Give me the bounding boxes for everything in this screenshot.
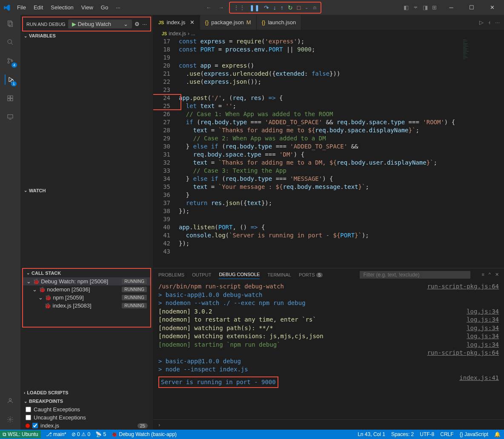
pause-icon[interactable]: ❚❚ xyxy=(249,4,260,11)
minimize-icon[interactable]: ─ xyxy=(443,2,460,13)
console-source-link[interactable]: run-script-pkg.js:64 xyxy=(427,282,499,291)
variables-section-header[interactable]: ⌄VARIABLES xyxy=(20,31,153,40)
remote-indicator[interactable]: ⧉ WSL: Ubuntu xyxy=(0,430,41,438)
split-icon[interactable]: ⫞ xyxy=(488,19,491,26)
cursor-position[interactable]: Ln 43, Col 1 xyxy=(358,431,385,437)
more-icon[interactable]: ··· xyxy=(142,21,147,27)
panel-tab-terminal[interactable]: TERMINAL xyxy=(267,271,291,279)
minimap[interactable]: ▬▬▬▬▬▬▬▬▬▬▬▬▬▬▬▬▬▬▬▬▬▬▬▬▬▬▬▬▬▬▬▬▬▬▬▬▬▬▬▬… xyxy=(461,37,504,268)
console-line: > nodemon --watch ./ --exec npm run debu… xyxy=(158,299,499,308)
console-source-link[interactable]: log.js:34 xyxy=(467,316,499,324)
loaded-scripts-header[interactable]: ›LOADED SCRIPTS xyxy=(20,388,153,397)
problems-status[interactable]: ⊘ 0 ⚠ 0 xyxy=(72,431,90,437)
search-icon[interactable] xyxy=(5,37,15,47)
watch-section-header[interactable]: ⌄WATCH xyxy=(20,186,153,195)
caught-checkbox[interactable] xyxy=(26,407,31,412)
indentation[interactable]: Spaces: 2 xyxy=(391,431,414,437)
debug-settings-icon[interactable]: ⚙ xyxy=(135,21,140,27)
nav-back-icon[interactable]: ← xyxy=(206,4,212,11)
callstack-row[interactable]: ⌄ 🐞 Debug Watch: npm [25008]RUNNING xyxy=(23,277,150,285)
callstack-section-header[interactable]: ⌄CALL STACK xyxy=(23,269,150,277)
tab-index-js[interactable]: JSindex.js✕ xyxy=(153,15,200,30)
console-source-link[interactable]: log.js:34 xyxy=(467,324,499,333)
svg-point-4 xyxy=(8,58,9,60)
maximize-icon[interactable]: ☐ xyxy=(463,2,480,13)
console-source-link[interactable]: run-script-pkg.js:64 xyxy=(427,349,499,357)
remote-explorer-icon[interactable] xyxy=(5,112,15,122)
ports-status[interactable]: 📡 5 xyxy=(95,431,106,437)
console-source-link[interactable]: log.js:34 xyxy=(467,341,499,349)
console-source-link[interactable]: log.js:34 xyxy=(467,308,499,316)
drag-handle-icon[interactable]: ⋮⋮ xyxy=(233,4,245,11)
breakpoint-file-row[interactable]: index.js25 xyxy=(20,422,153,430)
explorer-icon[interactable] xyxy=(5,18,15,29)
run-debug-header: RUN AND DEBUG ▶ Debug Watch ⌄ ⚙ ··· xyxy=(22,17,151,31)
console-filter-input[interactable] xyxy=(360,271,470,279)
language-mode[interactable]: {} JavaScript xyxy=(460,431,488,437)
callstack-row[interactable]: 🐞 index.js [25083]RUNNING xyxy=(23,302,150,310)
chevron-down-icon[interactable]: ⌄ xyxy=(123,21,128,27)
menu-edit[interactable]: Edit xyxy=(30,3,46,12)
panel-tab-problems[interactable]: PROBLEMS xyxy=(158,271,184,279)
restart-icon[interactable]: ↻ xyxy=(288,4,293,11)
run-debug-icon[interactable]: 1 xyxy=(5,74,15,85)
panel-maximize-icon[interactable]: ^ xyxy=(489,272,491,277)
panel-tab-output[interactable]: OUTPUT xyxy=(192,271,211,279)
layout-right-icon[interactable]: ◨ xyxy=(423,4,428,11)
debug-console[interactable]: /usr/bin/npm run-script debug-watchrun-s… xyxy=(153,281,504,419)
close-icon[interactable]: ✕ xyxy=(484,2,501,13)
layout-grid-icon[interactable]: ⊞ xyxy=(432,4,437,11)
debug-status[interactable]: 🐞 Debug Watch (basic-app) xyxy=(111,431,177,437)
git-branch[interactable]: ⎇ main* xyxy=(46,431,66,437)
panel-tab-debug-console[interactable]: DEBUG CONSOLE xyxy=(219,270,260,279)
panel-collapse-icon[interactable]: ≡ xyxy=(481,272,484,277)
tab-launch-json[interactable]: {}launch.json xyxy=(257,15,301,30)
step-over-icon[interactable]: ↷ xyxy=(264,4,269,11)
callstack-row[interactable]: ⌄ 🐞 npm [25059]RUNNING xyxy=(23,294,150,302)
breakpoints-section-header[interactable]: ⌄BREAKPOINTS xyxy=(20,397,153,405)
bottom-panel: PROBLEMSOUTPUTDEBUG CONSOLETERMINALPORTS… xyxy=(153,268,504,430)
extensions-icon[interactable] xyxy=(5,93,15,103)
callstack-row[interactable]: ⌄ 🐞 nodemon [25036]RUNNING xyxy=(23,285,150,294)
breadcrumb[interactable]: JS index.js › ... xyxy=(153,30,504,37)
caught-exceptions-row[interactable]: Caught Exceptions xyxy=(20,405,153,413)
settings-gear-icon[interactable] xyxy=(5,414,15,425)
panel-close-icon[interactable]: ✕ xyxy=(495,272,499,277)
menu-view[interactable]: View xyxy=(78,3,97,12)
console-input[interactable]: › xyxy=(153,419,504,430)
encoding[interactable]: UTF-8 xyxy=(420,431,434,437)
debug-extra-icon[interactable]: ⫙ xyxy=(312,5,317,10)
code-editor[interactable]: 1718192021222324252627282930313233343536… xyxy=(153,37,504,268)
layout-bottom-icon[interactable]: ⫧ xyxy=(413,4,418,11)
step-into-icon[interactable]: ↓ xyxy=(273,4,276,11)
menu-selection[interactable]: Selection xyxy=(47,3,77,12)
svg-rect-11 xyxy=(8,99,10,101)
highlighted-output: Server is running in port - 9000 xyxy=(158,376,278,388)
panel-tab-ports[interactable]: PORTS 5 xyxy=(299,271,323,279)
menu-···[interactable]: ··· xyxy=(112,3,124,12)
layout-left-icon[interactable]: ◧ xyxy=(404,4,409,11)
debug-config-selector[interactable]: ▶ Debug Watch ⌄ xyxy=(68,20,132,29)
console-line: run-script-pkg.js:64 xyxy=(158,349,499,357)
eol[interactable]: CRLF xyxy=(440,431,453,437)
console-line: [nodemon] starting `npm run debug`log.js… xyxy=(158,341,499,349)
tab-close-icon[interactable]: ✕ xyxy=(190,19,195,26)
nav-forward-icon[interactable]: → xyxy=(218,4,224,11)
uncaught-checkbox[interactable] xyxy=(26,415,31,420)
menu-file[interactable]: File xyxy=(14,3,29,12)
start-debug-icon[interactable]: ▶ xyxy=(72,21,76,27)
step-out-icon[interactable]: ↑ xyxy=(281,4,284,11)
run-icon[interactable]: ▷ xyxy=(479,19,484,26)
uncaught-exceptions-row[interactable]: Uncaught Exceptions xyxy=(20,413,153,422)
console-source-link[interactable]: index.js:41 xyxy=(459,374,499,388)
debug-dropdown-icon[interactable]: ⌄ xyxy=(305,5,308,10)
account-icon[interactable] xyxy=(5,396,15,406)
stop-icon[interactable]: □ xyxy=(297,4,301,11)
console-source-link[interactable]: log.js:34 xyxy=(467,332,499,341)
tab-package-json[interactable]: {}package.jsonM xyxy=(200,15,257,30)
source-control-icon[interactable]: 4 xyxy=(5,56,15,66)
notifications-icon[interactable]: 🔔 xyxy=(494,431,501,437)
menu-go[interactable]: Go xyxy=(97,3,112,12)
bp-file-checkbox[interactable] xyxy=(32,423,38,428)
more-icon[interactable]: ··· xyxy=(495,19,500,26)
